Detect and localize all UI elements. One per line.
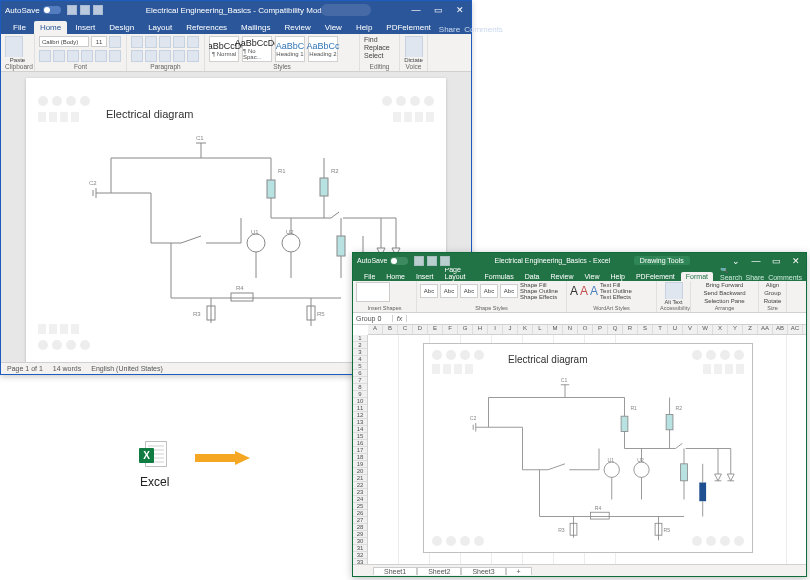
row-30[interactable]: 30 xyxy=(353,538,367,545)
sheet-tab-1[interactable]: Sheet1 xyxy=(373,567,417,575)
close-icon[interactable]: ✕ xyxy=(786,253,806,268)
styles-gallery[interactable]: AaBbCcDd¶ Normal AaBbCcDd¶ No Spac... Aa… xyxy=(209,36,355,63)
status-words[interactable]: 14 words xyxy=(53,365,81,372)
tab-file[interactable]: File xyxy=(7,21,32,34)
tab-file[interactable]: File xyxy=(359,272,380,281)
col-J[interactable]: J xyxy=(503,325,518,334)
select-button[interactable]: Select xyxy=(364,52,383,59)
new-sheet-button[interactable]: + xyxy=(506,567,532,575)
row-9[interactable]: 9 xyxy=(353,391,367,398)
search-box[interactable] xyxy=(321,4,371,16)
undo-icon[interactable] xyxy=(80,5,90,15)
shape-style-5[interactable]: Abc xyxy=(500,284,518,298)
col-A[interactable]: A xyxy=(368,325,383,334)
paste-icon[interactable] xyxy=(5,36,23,57)
embedded-diagram-object[interactable]: Electrical diagram C1 C2 R1 U1 xyxy=(423,343,753,553)
col-M[interactable]: M xyxy=(548,325,563,334)
row-26[interactable]: 26 xyxy=(353,510,367,517)
style-nospacing[interactable]: AaBbCcDd¶ No Spac... xyxy=(242,36,272,62)
row-29[interactable]: 29 xyxy=(353,531,367,538)
row-31[interactable]: 31 xyxy=(353,545,367,552)
row-5[interactable]: 5 xyxy=(353,363,367,370)
col-AC[interactable]: AC xyxy=(788,325,803,334)
dictate-icon[interactable] xyxy=(405,36,423,57)
row-17[interactable]: 17 xyxy=(353,447,367,454)
shape-effects-button[interactable]: Shape Effects xyxy=(520,294,558,300)
save-icon[interactable] xyxy=(67,5,77,15)
row-21[interactable]: 21 xyxy=(353,475,367,482)
italic-icon[interactable] xyxy=(53,50,65,62)
text-effects-button[interactable]: Text Effects xyxy=(600,294,632,300)
col-T[interactable]: T xyxy=(653,325,668,334)
col-X[interactable]: X xyxy=(713,325,728,334)
row-20[interactable]: 20 xyxy=(353,468,367,475)
subscript-icon[interactable] xyxy=(95,50,107,62)
comments-button[interactable]: Comments xyxy=(768,274,802,281)
col-S[interactable]: S xyxy=(638,325,653,334)
row-6[interactable]: 6 xyxy=(353,370,367,377)
row-7[interactable]: 7 xyxy=(353,377,367,384)
row-24[interactable]: 24 xyxy=(353,496,367,503)
col-E[interactable]: E xyxy=(428,325,443,334)
shapes-gallery[interactable] xyxy=(356,282,390,302)
col-K[interactable]: K xyxy=(518,325,533,334)
align-right-icon[interactable] xyxy=(159,50,171,62)
col-W[interactable]: W xyxy=(698,325,713,334)
wordart-1[interactable]: A xyxy=(570,284,578,298)
comments-button[interactable]: Comments xyxy=(464,25,503,34)
col-P[interactable]: P xyxy=(593,325,608,334)
tab-home[interactable]: Home xyxy=(34,21,67,34)
tab-insert[interactable]: Insert xyxy=(69,21,101,34)
col-C[interactable]: C xyxy=(398,325,413,334)
tab-design[interactable]: Design xyxy=(103,21,140,34)
underline-icon[interactable] xyxy=(67,50,79,62)
bullets-icon[interactable] xyxy=(131,36,143,48)
tab-data[interactable]: Data xyxy=(520,272,545,281)
toggle-icon[interactable] xyxy=(390,257,408,265)
tab-help[interactable]: Help xyxy=(606,272,630,281)
redo-icon[interactable] xyxy=(440,256,450,266)
strike-icon[interactable] xyxy=(81,50,93,62)
status-page[interactable]: Page 1 of 1 xyxy=(7,365,43,372)
send-backward-button[interactable]: Send Backward xyxy=(703,290,745,296)
row-27[interactable]: 27 xyxy=(353,517,367,524)
toggle-icon[interactable] xyxy=(43,6,61,14)
row-15[interactable]: 15 xyxy=(353,433,367,440)
col-AA[interactable]: AA xyxy=(758,325,773,334)
tab-references[interactable]: References xyxy=(180,21,233,34)
col-V[interactable]: V xyxy=(683,325,698,334)
col-G[interactable]: G xyxy=(458,325,473,334)
col-B[interactable]: B xyxy=(383,325,398,334)
col-L[interactable]: L xyxy=(533,325,548,334)
style-heading1[interactable]: AaBbCHeading 1 xyxy=(275,36,305,62)
autosave-toggle[interactable]: AutoSave xyxy=(357,257,408,265)
fx-icon[interactable]: fx xyxy=(393,315,407,322)
shape-style-1[interactable]: Abc xyxy=(420,284,438,298)
row-16[interactable]: 16 xyxy=(353,440,367,447)
sheet-tab-2[interactable]: Sheet2 xyxy=(417,567,461,575)
minimize-icon[interactable]: — xyxy=(405,1,427,19)
col-F[interactable]: F xyxy=(443,325,458,334)
sheet-tab-3[interactable]: Sheet3 xyxy=(461,567,505,575)
undo-icon[interactable] xyxy=(427,256,437,266)
autosave-toggle[interactable]: AutoSave xyxy=(5,6,61,15)
wordart-3[interactable]: A xyxy=(590,284,598,298)
excel-grid[interactable]: ABCDEFGHIJKLMNOPQRSTUVWXYZAAABAC 1234567… xyxy=(353,325,806,564)
row-2[interactable]: 2 xyxy=(353,342,367,349)
row-22[interactable]: 22 xyxy=(353,482,367,489)
col-I[interactable]: I xyxy=(488,325,503,334)
font-size-combo[interactable]: 11 xyxy=(91,36,107,47)
dec-indent-icon[interactable] xyxy=(173,36,185,48)
col-R[interactable]: R xyxy=(623,325,638,334)
tab-pdfelement[interactable]: PDFelement xyxy=(380,21,436,34)
col-Y[interactable]: Y xyxy=(728,325,743,334)
tab-insert[interactable]: Insert xyxy=(411,272,439,281)
tab-pdfelement[interactable]: PDFelement xyxy=(631,272,680,281)
style-heading2[interactable]: AaBbCcHeading 2 xyxy=(308,36,338,62)
row-4[interactable]: 4 xyxy=(353,356,367,363)
row-8[interactable]: 8 xyxy=(353,384,367,391)
tab-review[interactable]: Review xyxy=(546,272,579,281)
col-H[interactable]: H xyxy=(473,325,488,334)
save-icon[interactable] xyxy=(414,256,424,266)
bring-forward-button[interactable]: Bring Forward xyxy=(706,282,744,288)
